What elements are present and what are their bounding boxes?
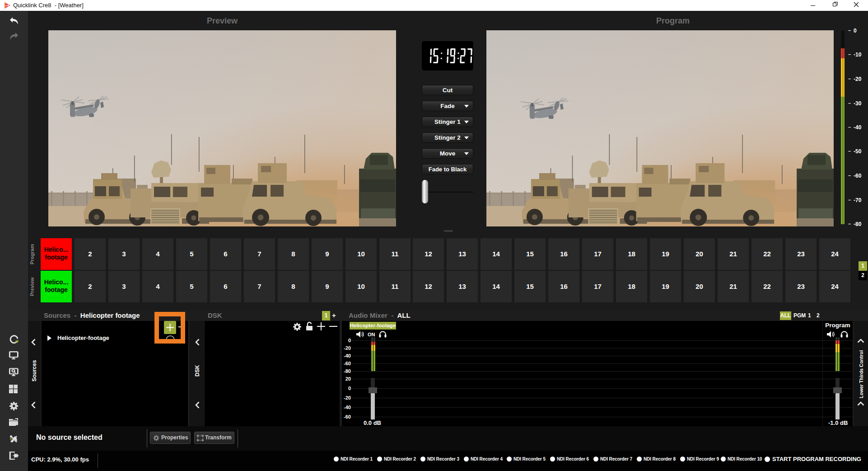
svg-text:cre8: cre8 [5,5,9,7]
